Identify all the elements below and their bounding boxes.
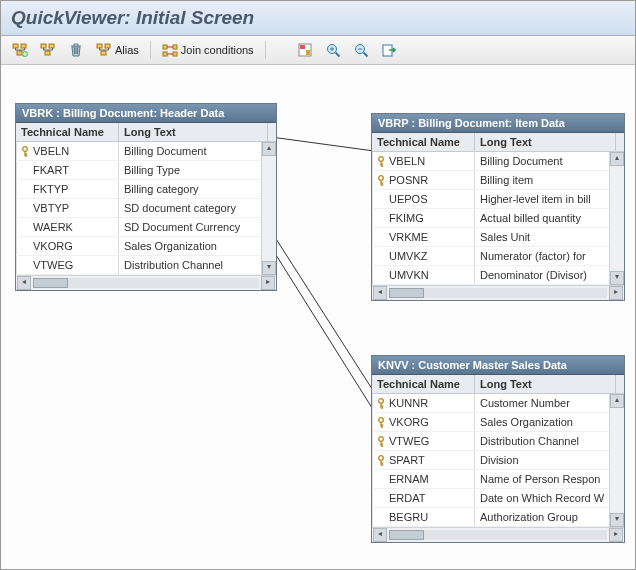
table-vbrk[interactable]: VBRK : Billing Document: Header Data Tec… [15,103,277,291]
cell-long: Date on Which Record W [475,489,616,507]
layout-icon [297,42,313,58]
cell-long: Billing Document [119,142,268,160]
col-tech-header: Technical Name [372,375,475,393]
cell-tech: UMVKZ [372,247,475,265]
cell-tech: VKORG [372,413,475,431]
table-row[interactable]: FKTYPBilling category [16,180,276,199]
svg-rect-10 [163,45,167,49]
table-rows: VBELNBilling DocumentPOSNRBilling itemUE… [372,152,624,285]
zoom-in-icon [325,42,341,58]
vertical-scrollbar[interactable]: ▴▾ [609,152,624,285]
svg-point-27 [379,417,384,422]
horizontal-scrollbar[interactable]: ◂▸ [16,275,276,290]
table-row[interactable]: WAERKSD Document Currency [16,218,276,237]
table-row[interactable]: VKORGSales Organization [372,413,624,432]
cell-long: Distribution Channel [119,256,268,274]
col-long-header: Long Text [475,133,616,151]
col-tech-header: Technical Name [16,123,119,141]
add-table-button[interactable] [7,39,33,61]
table-row[interactable]: UMVKNDenominator (Divisor) [372,266,624,285]
export-button[interactable] [376,39,402,61]
svg-line-22 [271,247,374,411]
table-row[interactable]: FKIMGActual billed quantity [372,209,624,228]
table-row[interactable]: ERDATDate on Which Record W [372,489,624,508]
cell-long: Higher-level item in bill [475,190,616,208]
table-row[interactable]: VBELNBilling Document [372,152,624,171]
app-window: QuickViewer: Initial Screen Alias [0,0,636,570]
svg-rect-4 [41,44,46,48]
svg-point-26 [379,398,384,403]
table-row[interactable]: VBELNBilling Document [16,142,276,161]
svg-line-21 [271,231,374,392]
join-conditions-button[interactable]: Join conditions [157,39,259,61]
table-title: VBRK : Billing Document: Header Data [16,104,276,123]
table-row[interactable]: VKORGSales Organization [16,237,276,256]
table-row[interactable]: ERNAMName of Person Respon [372,470,624,489]
table-rows: KUNNRCustomer NumberVKORGSales Organizat… [372,394,624,527]
svg-point-29 [379,455,384,460]
hierarchy-add-icon [12,42,28,58]
col-long-header: Long Text [475,375,616,393]
cell-long: Billing category [119,180,268,198]
svg-rect-7 [97,44,102,48]
layout-button[interactable] [292,39,318,61]
cell-long: Sales Organization [475,413,616,431]
cell-tech: FKART [16,161,119,179]
cell-long: Actual billed quantity [475,209,616,227]
table-row[interactable]: KUNNRCustomer Number [372,394,624,413]
cell-tech: VBTYP [16,199,119,217]
svg-rect-5 [49,44,54,48]
zoom-out-button[interactable] [348,39,374,61]
page-title: QuickViewer: Initial Screen [11,7,625,29]
cell-tech: VRKME [372,228,475,246]
table-knvv[interactable]: KNVV : Customer Master Sales Data Techni… [371,355,625,543]
trash-icon [68,42,84,58]
table-header: Technical Name Long Text [16,123,276,142]
vertical-scrollbar[interactable]: ▴▾ [261,142,276,275]
vertical-scrollbar[interactable]: ▴▾ [609,394,624,527]
hierarchy-alias-icon [96,42,112,58]
horizontal-scrollbar[interactable]: ◂▸ [372,527,624,542]
cell-tech: FKTYP [16,180,119,198]
table-row[interactable]: VRKMESales Unit [372,228,624,247]
export-icon [381,42,397,58]
cell-tech: SPART [372,451,475,469]
table-row[interactable]: SPARTDivision [372,451,624,470]
join-label: Join conditions [181,44,254,56]
cell-tech: UMVKN [372,266,475,284]
svg-rect-2 [17,51,22,55]
cell-long: Sales Unit [475,228,616,246]
cell-long: SD Document Currency [119,218,268,236]
table-row[interactable]: VTWEGDistribution Channel [16,256,276,275]
table-row[interactable]: BEGRUAuthorization Group [372,508,624,527]
table-row[interactable]: POSNRBilling item [372,171,624,190]
svg-rect-13 [173,52,177,56]
table-row[interactable]: VTWEGDistribution Channel [372,432,624,451]
cell-long: Customer Number [475,394,616,412]
cell-tech: VBELN [16,142,119,160]
cell-long: Sales Organization [119,237,268,255]
svg-rect-1 [21,44,26,48]
svg-rect-16 [306,50,310,55]
toolbar: Alias Join conditions [1,36,635,65]
delete-button[interactable] [63,39,89,61]
table-row[interactable]: UEPOSHigher-level item in bill [372,190,624,209]
cell-long: Denominator (Divisor) [475,266,616,284]
cell-tech: VBELN [372,152,475,170]
table-row[interactable]: VBTYPSD document category [16,199,276,218]
table-row[interactable]: FKARTBilling Type [16,161,276,180]
cell-tech: KUNNR [372,394,475,412]
zoom-in-button[interactable] [320,39,346,61]
hierarchy-button[interactable] [35,39,61,61]
table-row[interactable]: UMVKZNumerator (factor) for [372,247,624,266]
cell-long: Numerator (factor) for [475,247,616,265]
table-vbrp[interactable]: VBRP : Billing Document: Item Data Techn… [371,113,625,301]
svg-rect-0 [13,44,18,48]
cell-long: SD document category [119,199,268,217]
svg-point-28 [379,436,384,441]
cell-tech: BEGRU [372,508,475,526]
horizontal-scrollbar[interactable]: ◂▸ [372,285,624,300]
cell-tech: ERNAM [372,470,475,488]
alias-button[interactable]: Alias [91,39,144,61]
workarea[interactable]: VBRK : Billing Document: Header Data Tec… [1,65,635,569]
